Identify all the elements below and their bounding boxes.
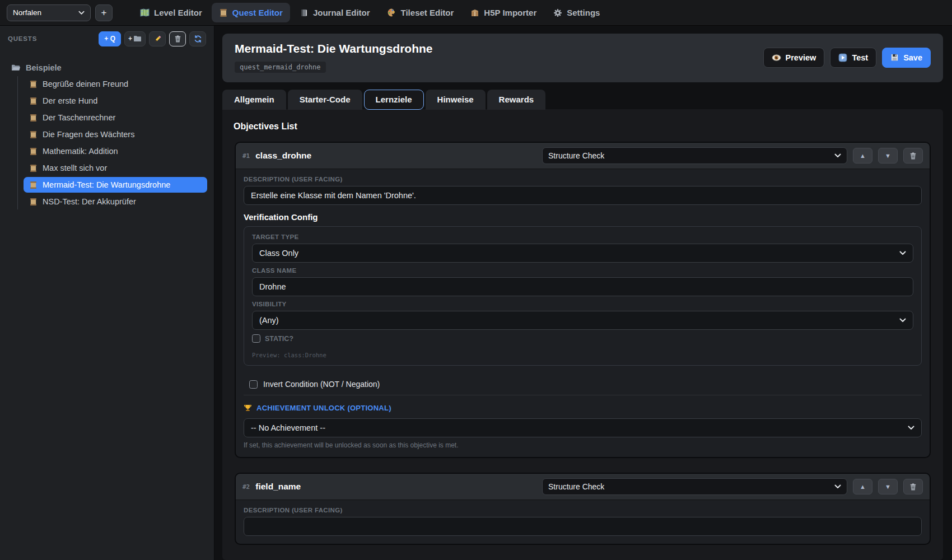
move-up-button[interactable]: ▲ (853, 148, 872, 164)
objective-card-header: #2 field_name Structure Check ▲ ▼ (236, 474, 930, 500)
nav-journal-editor[interactable]: Journal Editor (292, 3, 377, 22)
tab-label: Hinweise (437, 95, 474, 104)
save-label: Save (903, 53, 922, 62)
delete-objective-button[interactable] (903, 479, 923, 494)
objective-name: class_drohne (255, 151, 536, 161)
static-checkbox[interactable] (252, 334, 260, 343)
description-input[interactable] (244, 186, 922, 205)
tab-lernziele[interactable]: Lernziele (364, 90, 424, 110)
tree-item[interactable]: Die Fragen des Wächters (24, 127, 207, 142)
achievement-select[interactable]: -- No Achievement -- (244, 418, 922, 437)
nav-label: Journal Editor (313, 8, 370, 17)
move-down-button[interactable]: ▼ (878, 479, 898, 494)
invert-condition-row: Invert Condition (NOT / Negation) (244, 374, 922, 395)
nav-label: Quest Editor (232, 8, 283, 17)
scroll-icon (29, 198, 38, 206)
tree-item-selected[interactable]: Mermaid-Test: Die Wartungsdrohne (24, 177, 207, 193)
chevron-down-icon (834, 484, 841, 489)
nav-settings[interactable]: Settings (546, 3, 607, 22)
scroll-icon (29, 164, 38, 172)
invert-condition-checkbox[interactable] (249, 380, 258, 389)
static-label: STATIC? (265, 335, 293, 343)
tree-folder-beispiele[interactable]: Beispiele (8, 60, 207, 75)
tree-item[interactable]: Max stellt sich vor (24, 160, 207, 176)
tab-hinweise[interactable]: Hinweise (426, 90, 486, 110)
class-name-input[interactable] (252, 277, 913, 296)
tree-item[interactable]: Der Taschenrechner (24, 110, 207, 125)
tree-item[interactable]: Der erste Hund (24, 93, 207, 109)
delete-objective-button[interactable] (903, 148, 923, 164)
gear-icon (553, 8, 562, 17)
map-icon (140, 8, 150, 17)
tree-item[interactable]: Mathematik: Addition (24, 143, 207, 159)
move-down-button[interactable]: ▼ (878, 148, 898, 164)
target-type-select[interactable]: Class Only (252, 244, 913, 263)
objective-card-1: #1 class_drohne Structure Check ▲ ▼ (235, 142, 931, 458)
static-row: STATIC? (252, 334, 913, 343)
objective-card-body: DESCRIPTION (USER FACING) (236, 500, 930, 544)
world-select-value: Norfalen (13, 8, 41, 17)
sidebar-title: QUESTS (8, 35, 37, 42)
refresh-button[interactable] (189, 31, 206, 46)
visibility-select[interactable]: (Any) (252, 311, 913, 330)
nav-label: Level Editor (154, 8, 202, 17)
quest-title: Mermaid-Test: Die Wartungsdrohne (235, 42, 433, 55)
scroll-icon (219, 8, 228, 17)
quest-tabs: Allgemein Starter-Code Lernziele Hinweis… (222, 90, 943, 110)
verification-preview: Preview: class:Drohne (252, 352, 913, 358)
add-world-button[interactable]: + (95, 4, 113, 21)
preview-button[interactable]: Preview (763, 48, 825, 68)
objective-number: #2 (242, 483, 250, 491)
nav-quest-editor[interactable]: Quest Editor (212, 3, 290, 22)
tree-item-label: Die Fragen des Wächters (43, 130, 134, 139)
tree-item-label: Mathematik: Addition (43, 147, 118, 156)
description-input[interactable] (244, 517, 922, 536)
edit-button[interactable] (149, 31, 166, 46)
add-quest-button[interactable]: + Q (99, 31, 121, 46)
add-folder-button[interactable]: + (124, 31, 146, 46)
tree-item[interactable]: NSD-Test: Der Akkuprüfer (24, 194, 207, 209)
delete-button[interactable] (169, 31, 186, 46)
trash-icon (174, 35, 182, 43)
nav-tileset-editor[interactable]: Tileset Editor (380, 3, 461, 22)
tree-item[interactable]: Begrüße deinen Freund (24, 76, 207, 92)
tree-folder-label: Beispiele (26, 63, 62, 72)
objective-card-header: #1 class_drohne Structure Check ▲ ▼ (236, 143, 930, 169)
tree-item-label: Der erste Hund (43, 96, 97, 105)
save-button[interactable]: Save (882, 48, 931, 68)
trophy-icon (244, 404, 252, 412)
chevron-down-icon (899, 318, 906, 323)
target-type-label: TARGET TYPE (252, 234, 913, 240)
trash-icon (909, 152, 917, 160)
target-type-value: Class Only (259, 249, 298, 258)
test-button[interactable]: Test (830, 48, 876, 68)
scroll-icon (29, 80, 38, 88)
chevron-down-icon (834, 153, 841, 158)
move-up-button[interactable]: ▲ (853, 479, 872, 494)
class-name-label: CLASS NAME (252, 267, 913, 274)
check-type-select[interactable]: Structure Check (542, 478, 847, 495)
objective-card-2: #2 field_name Structure Check ▲ ▼ (235, 473, 931, 545)
check-type-select[interactable]: Structure Check (542, 147, 847, 164)
scroll-icon (29, 147, 38, 156)
nav-level-editor[interactable]: Level Editor (133, 3, 209, 22)
target-type-field: TARGET TYPE Class Only (252, 234, 913, 263)
floppy-icon (890, 53, 899, 62)
world-select[interactable]: Norfalen (7, 4, 91, 21)
tab-rewards[interactable]: Rewards (487, 90, 546, 110)
verification-config-heading: Verification Config (244, 212, 922, 222)
triangle-down-icon: ▼ (885, 483, 891, 490)
scroll-icon (29, 130, 38, 139)
tab-label: Rewards (499, 95, 534, 104)
tab-allgemein[interactable]: Allgemein (222, 90, 286, 110)
lernziele-tab-content: Objectives List #1 class_drohne Structur… (222, 109, 943, 560)
invert-condition-label: Invert Condition (NOT / Negation) (263, 380, 380, 389)
tab-starter-code[interactable]: Starter-Code (288, 90, 362, 110)
achievement-value: -- No Achievement -- (251, 423, 325, 432)
nav-h5p-importer[interactable]: H5P Importer (463, 3, 544, 22)
tree-item-label: Max stellt sich vor (43, 164, 107, 172)
quest-actions: Preview Test (763, 48, 931, 68)
journal-icon (300, 8, 309, 17)
play-icon (838, 53, 847, 62)
quest-header-left: Mermaid-Test: Die Wartungsdrohne quest_m… (235, 42, 433, 73)
